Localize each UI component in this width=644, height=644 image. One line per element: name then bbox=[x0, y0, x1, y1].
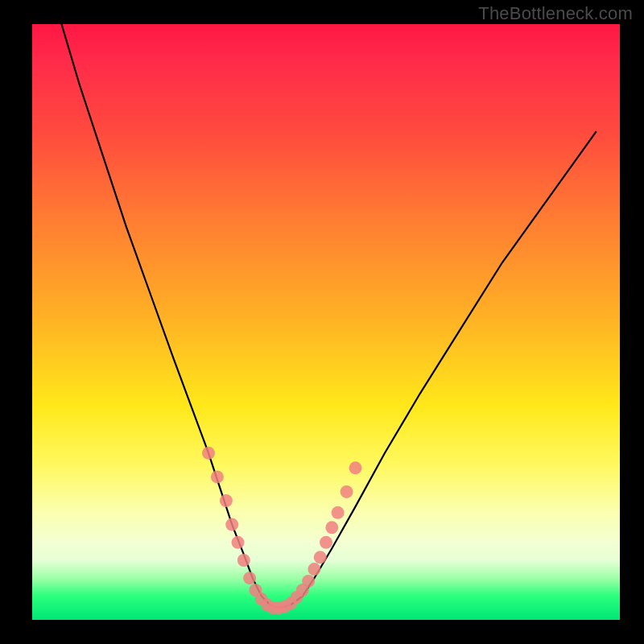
marker-dot bbox=[302, 575, 315, 588]
marker-dot bbox=[308, 563, 320, 576]
watermark-text: TheBottleneck.com bbox=[478, 3, 633, 24]
marker-dot bbox=[314, 551, 327, 564]
marker-dot bbox=[211, 470, 224, 483]
marker-dot bbox=[232, 536, 245, 549]
marker-dot bbox=[349, 461, 362, 474]
chart-overlay bbox=[32, 24, 620, 620]
marker-dot bbox=[341, 485, 353, 498]
marker-group bbox=[202, 447, 362, 614]
marker-dot bbox=[220, 494, 233, 507]
marker-dot bbox=[325, 521, 338, 534]
marker-dot bbox=[332, 506, 345, 519]
marker-dot bbox=[320, 536, 332, 549]
marker-dot bbox=[225, 518, 238, 531]
marker-dot bbox=[237, 554, 250, 567]
marker-dot bbox=[243, 572, 256, 584]
outer-frame: TheBottleneck.com bbox=[0, 0, 644, 644]
curve-path bbox=[62, 24, 597, 608]
marker-dot bbox=[202, 447, 215, 460]
